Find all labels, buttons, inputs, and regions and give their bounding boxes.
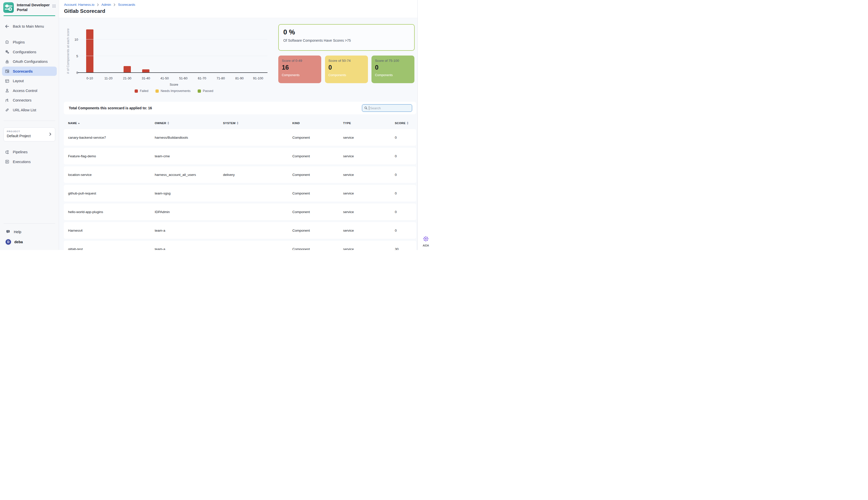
column-header-type[interactable]: TYPE bbox=[343, 122, 395, 125]
brand-underline bbox=[3, 15, 55, 16]
sidebar-item-label: OAuth Configurations bbox=[13, 59, 48, 64]
table-row[interactable]: hello-world-app-pluginsIDPAdminComponent… bbox=[64, 204, 416, 220]
gridline bbox=[77, 56, 267, 56]
chart-baseline bbox=[77, 72, 267, 73]
sidebar-item-oauth-configurations[interactable]: OAuth Configurations bbox=[2, 57, 57, 66]
cell-system: delivery bbox=[223, 173, 292, 177]
legend-swatch bbox=[198, 89, 201, 93]
cell-kind: Component bbox=[292, 247, 343, 250]
percent-card: 0 % Of Software Components Have Scores >… bbox=[278, 24, 415, 51]
table-row[interactable]: gitlab-testteam-aComponentservice30 bbox=[64, 241, 416, 250]
chart-legend: FailedNeeds ImprovementsPassed bbox=[80, 89, 267, 93]
table-body: canary-backend-service7harness/Buildandt… bbox=[64, 129, 416, 250]
breadcrumb-account[interactable]: Account: Harness.io bbox=[64, 3, 94, 7]
oauth-icon bbox=[5, 59, 10, 64]
chart-x-axis-title: Score bbox=[80, 83, 267, 87]
sidebar-item-layout[interactable]: Layout bbox=[2, 76, 57, 86]
executions-icon bbox=[5, 159, 10, 164]
sidebar-item-executions[interactable]: Executions bbox=[2, 157, 57, 166]
sidebar-item-plugins[interactable]: Plugins bbox=[2, 38, 57, 47]
page-title: Gitlab Scorecard bbox=[64, 8, 417, 14]
score-card-value: 16 bbox=[282, 64, 318, 71]
score-card-label: Score of 0-49 bbox=[282, 59, 318, 62]
sidebar-menu: PluginsConfigurationsOAuth Configuration… bbox=[0, 38, 59, 115]
score-card-score-of-0-49: Score of 0-4916Components bbox=[278, 56, 321, 83]
sidebar-item-label: Layout bbox=[13, 79, 24, 83]
column-header-owner[interactable]: OWNER bbox=[155, 122, 223, 125]
sidebar-item-pipelines[interactable]: Pipelines bbox=[2, 147, 57, 157]
sort-ascending-icon bbox=[78, 123, 80, 124]
cell-owner: team-a bbox=[155, 229, 223, 232]
table-row[interactable]: github-pull-requestteam-sgsgComponentser… bbox=[64, 185, 416, 202]
bar-chart: 0510 bbox=[80, 30, 267, 72]
aida-icon bbox=[423, 236, 429, 242]
url-icon bbox=[5, 107, 10, 112]
bar-column bbox=[118, 30, 137, 72]
cell-score: 0 bbox=[395, 154, 416, 158]
cell-type: service bbox=[343, 210, 395, 214]
svg-text:?: ? bbox=[7, 230, 9, 232]
column-header-score[interactable]: SCORE bbox=[395, 122, 416, 125]
pipelines-icon bbox=[5, 150, 10, 155]
score-card-label: Score of 50-74 bbox=[328, 59, 364, 62]
column-header-label: SCORE bbox=[395, 122, 406, 125]
sidebar-item-label: Access Control bbox=[13, 89, 37, 93]
content: # of Components at each score 0510 0-101… bbox=[59, 18, 417, 250]
breadcrumb-scorecards[interactable]: Scorecards bbox=[118, 3, 135, 7]
cell-kind: Component bbox=[292, 229, 343, 232]
bar-column bbox=[230, 30, 249, 72]
percent-caption: Of Software Components Have Scores >75 bbox=[283, 38, 410, 43]
cell-owner: harness/Buildandtools bbox=[155, 136, 223, 139]
score-card-unit: Components bbox=[282, 73, 318, 77]
bar-21-30 bbox=[124, 66, 131, 72]
score-card-unit: Components bbox=[328, 73, 364, 77]
legend-label: Needs Improvements bbox=[161, 89, 190, 93]
table-row[interactable]: Harness4team-aComponentservice0 bbox=[64, 222, 416, 239]
column-header-name[interactable]: NAME bbox=[68, 122, 155, 125]
sidebar-item-scorecards[interactable]: Scorecards bbox=[2, 67, 57, 76]
cell-score: 0 bbox=[395, 210, 416, 214]
table-row[interactable]: canary-backend-service7harness/Buildandt… bbox=[64, 129, 416, 146]
sidebar-item-connectors[interactable]: Connectors bbox=[2, 96, 57, 105]
app-root: Internal Developer Portal Back to Main M… bbox=[0, 0, 434, 250]
table-row[interactable]: location-serviceharness_account_all_user… bbox=[64, 166, 416, 183]
column-header-kind[interactable]: KIND bbox=[292, 122, 343, 125]
page-header: Account: Harness.io Admin Scorecards Git… bbox=[59, 0, 417, 18]
apps-grid-icon[interactable] bbox=[52, 4, 56, 9]
back-label: Back to Main Menu bbox=[13, 24, 44, 29]
sidebar-item-access-control[interactable]: Access Control bbox=[2, 86, 57, 95]
column-header-system[interactable]: SYSTEM bbox=[223, 122, 292, 125]
scorecards-icon bbox=[5, 69, 10, 73]
score-cards: Score of 0-4916ComponentsScore of 50-740… bbox=[278, 56, 415, 83]
bar-column bbox=[211, 30, 230, 72]
cell-type: service bbox=[343, 173, 395, 177]
sidebar-item-configurations[interactable]: Configurations bbox=[2, 47, 57, 57]
bar-0-10 bbox=[86, 30, 93, 72]
legend-item-failed: Failed bbox=[135, 89, 148, 93]
score-card-label: Score of 75-100 bbox=[375, 59, 411, 62]
plugins-icon bbox=[5, 40, 10, 45]
back-to-main-menu[interactable]: Back to Main Menu bbox=[0, 24, 59, 29]
sidebar-item-url-allow-list[interactable]: URL Allow List bbox=[2, 105, 57, 115]
bar-column bbox=[99, 30, 118, 72]
user-menu[interactable]: D deba bbox=[0, 236, 59, 248]
search-input[interactable] bbox=[362, 104, 412, 112]
search-box bbox=[362, 104, 412, 112]
aida-button[interactable]: AIDA bbox=[418, 236, 434, 247]
search-icon bbox=[364, 106, 368, 110]
bar-column bbox=[137, 30, 155, 72]
score-card-unit: Components bbox=[375, 73, 411, 77]
table-row[interactable]: Feature-flag-demoteam-cmeComponentservic… bbox=[64, 148, 416, 164]
cell-name: github-pull-request bbox=[68, 192, 155, 195]
x-axis-tick-label: 91-100 bbox=[249, 76, 268, 80]
chart-y-axis-title: # of Components at each score bbox=[66, 30, 70, 72]
help-button[interactable]: ? Help bbox=[0, 227, 59, 236]
cell-name: gitlab-test bbox=[68, 247, 155, 250]
cell-score: 0 bbox=[395, 229, 416, 232]
cell-type: service bbox=[343, 136, 395, 139]
breadcrumb-admin[interactable]: Admin bbox=[102, 3, 111, 7]
project-selector[interactable]: PROJECT Default Project bbox=[3, 127, 55, 141]
total-components-label: Total Components this scorecard is appli… bbox=[69, 106, 152, 110]
cell-owner: team-a bbox=[155, 247, 223, 250]
legend-item-needs-improvements: Needs Improvements bbox=[155, 89, 190, 93]
